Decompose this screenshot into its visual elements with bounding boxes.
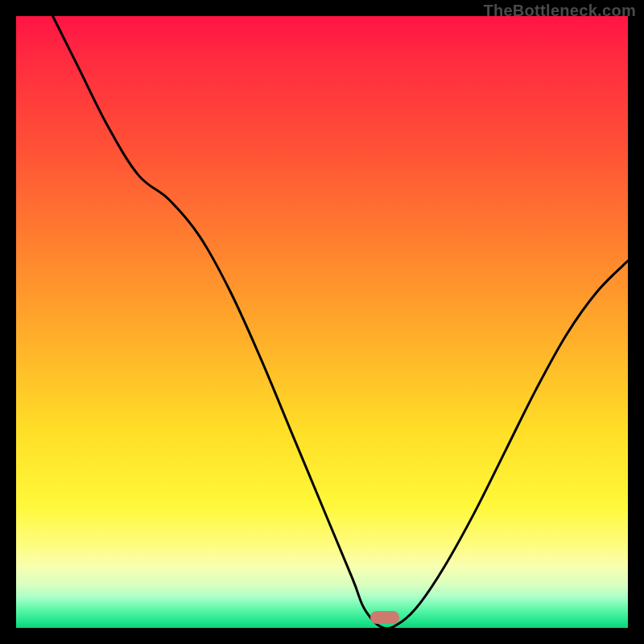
chart-frame: TheBottleneck.com (0, 0, 644, 644)
minimum-marker (370, 611, 399, 624)
bottleneck-curve (16, 16, 628, 628)
plot-area (16, 16, 628, 628)
